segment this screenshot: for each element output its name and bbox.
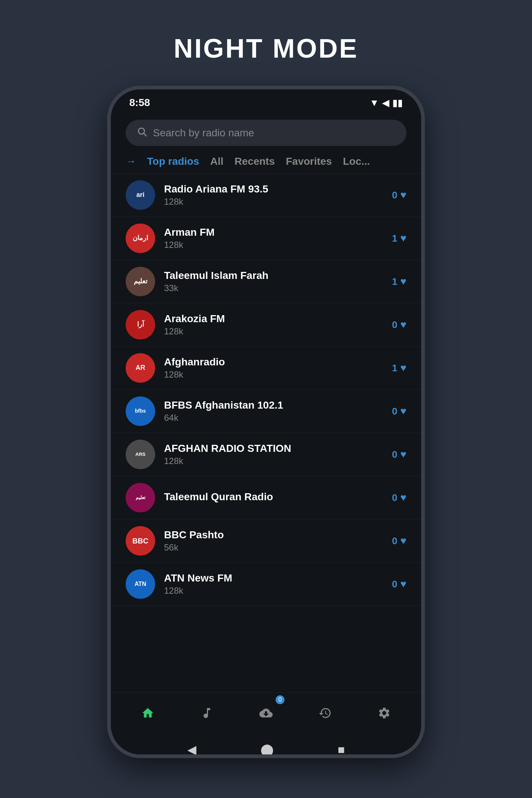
list-item[interactable]: ارمان Arman FM 128k 1 ♥ (111, 217, 421, 260)
nav-music[interactable] (192, 698, 222, 728)
radio-bitrate: 128k (164, 369, 392, 380)
radio-logo: ارمان (126, 224, 155, 253)
radio-likes[interactable]: 0 ♥ (392, 578, 406, 590)
radio-logo: تعلیم (126, 267, 155, 296)
phone-frame: 8:58 ▼ ◀ ▮▮ Search by radio name → Top r… (107, 86, 425, 758)
radio-likes[interactable]: 1 ♥ (392, 276, 406, 287)
history-icon (318, 706, 332, 720)
status-time: 8:58 (129, 97, 150, 109)
radio-name: BBC Pashto (164, 529, 392, 541)
heart-icon: ♥ (400, 232, 406, 244)
heart-icon: ♥ (400, 535, 406, 547)
radio-info: Taleemul Quran Radio (164, 491, 392, 504)
nav-home[interactable] (133, 698, 163, 728)
signal-icon: ◀ (382, 97, 389, 109)
list-item[interactable]: bfbs BFBS Afghanistan 102.1 64k 0 ♥ (111, 390, 421, 433)
tab-top-radios[interactable]: Top radios (147, 156, 199, 167)
list-item[interactable]: تعلیم Taleemul Quran Radio 0 ♥ (111, 476, 421, 519)
search-bar[interactable]: Search by radio name (126, 120, 406, 146)
system-nav: ◀ ⬤ ■ (111, 733, 421, 758)
radio-logo: BBC (126, 526, 155, 556)
wifi-icon: ▼ (369, 97, 379, 109)
radio-name: Arman FM (164, 226, 392, 238)
bottom-nav: 0 (111, 692, 421, 733)
back-button[interactable]: ◀ (187, 743, 197, 757)
heart-icon: ♥ (400, 189, 406, 201)
radio-likes[interactable]: 1 ♥ (392, 232, 406, 244)
radio-name: BFBS Afghanistan 102.1 (164, 399, 392, 411)
tabs-row: → Top radios All Recents Favorites Loc..… (111, 150, 421, 174)
radio-bitrate: 56k (164, 542, 392, 553)
radio-logo: ATN (126, 569, 155, 599)
radio-likes[interactable]: 0 ♥ (392, 189, 406, 201)
download-icon (259, 706, 273, 720)
heart-icon: ♥ (400, 449, 406, 460)
tab-favorites[interactable]: Favorites (286, 156, 332, 167)
radio-likes[interactable]: 0 ♥ (392, 535, 406, 547)
radio-bitrate: 64k (164, 413, 392, 423)
radio-logo: AR (126, 353, 155, 383)
radio-bitrate: 128k (164, 240, 392, 250)
radio-bitrate: 33k (164, 283, 392, 293)
list-item[interactable]: تعلیم Taleemul Islam Farah 33k 1 ♥ (111, 260, 421, 303)
list-item[interactable]: ATN ATN News FM 128k 0 ♥ (111, 563, 421, 606)
heart-icon: ♥ (400, 492, 406, 504)
search-placeholder: Search by radio name (153, 127, 254, 139)
tab-local[interactable]: Loc... (343, 156, 370, 167)
radio-info: Arman FM 128k (164, 226, 392, 250)
radio-name: ATN News FM (164, 572, 392, 584)
heart-icon: ♥ (400, 319, 406, 331)
tab-recents[interactable]: Recents (235, 156, 275, 167)
tab-all[interactable]: All (210, 156, 224, 167)
status-bar: 8:58 ▼ ◀ ▮▮ (111, 89, 421, 112)
radio-likes[interactable]: 1 ♥ (392, 362, 406, 374)
radio-list: ari Radio Ariana FM 93.5 128k 0 ♥ ارمان … (111, 174, 421, 692)
heart-icon: ♥ (400, 405, 406, 417)
radio-name: Afghanradio (164, 356, 392, 368)
radio-name: Arakozia FM (164, 313, 392, 325)
heart-icon: ♥ (400, 362, 406, 374)
download-badge: 0 (276, 695, 284, 704)
radio-logo: تعلیم (126, 483, 155, 512)
radio-bitrate: 128k (164, 326, 392, 337)
radio-likes[interactable]: 0 ♥ (392, 449, 406, 460)
radio-info: BBC Pashto 56k (164, 529, 392, 553)
radio-likes[interactable]: 0 ♥ (392, 492, 406, 504)
radio-info: BFBS Afghanistan 102.1 64k (164, 399, 392, 423)
radio-info: AFGHAN RADIO STATION 128k (164, 443, 392, 466)
list-item[interactable]: ari Radio Ariana FM 93.5 128k 0 ♥ (111, 174, 421, 217)
nav-settings[interactable] (369, 698, 399, 728)
heart-icon: ♥ (400, 578, 406, 590)
battery-icon: ▮▮ (392, 97, 403, 109)
radio-info: ATN News FM 128k (164, 572, 392, 596)
list-item[interactable]: آرا Arakozia FM 128k 0 ♥ (111, 303, 421, 347)
radio-name: Radio Ariana FM 93.5 (164, 183, 392, 195)
home-icon (141, 706, 154, 720)
radio-logo: ari (126, 180, 155, 210)
tab-arrow-icon: → (126, 156, 136, 167)
list-item[interactable]: AR Afghanradio 128k 1 ♥ (111, 347, 421, 390)
radio-logo: bfbs (126, 396, 155, 426)
radio-likes[interactable]: 0 ♥ (392, 319, 406, 331)
radio-name: AFGHAN RADIO STATION (164, 443, 392, 454)
recent-button[interactable]: ■ (338, 743, 345, 757)
radio-likes[interactable]: 0 ♥ (392, 405, 406, 417)
radio-name: Taleemul Quran Radio (164, 491, 392, 503)
heart-icon: ♥ (400, 276, 406, 287)
nav-history[interactable] (310, 698, 340, 728)
status-icons: ▼ ◀ ▮▮ (369, 97, 403, 109)
list-item[interactable]: ARS AFGHAN RADIO STATION 128k 0 ♥ (111, 433, 421, 476)
list-item[interactable]: BBC BBC Pashto 56k 0 ♥ (111, 519, 421, 563)
home-button[interactable]: ⬤ (260, 743, 274, 757)
radio-bitrate: 128k (164, 197, 392, 207)
music-icon (200, 706, 214, 720)
radio-info: Arakozia FM 128k (164, 313, 392, 337)
radio-info: Afghanradio 128k (164, 356, 392, 380)
radio-info: Radio Ariana FM 93.5 128k (164, 183, 392, 207)
app-content: Search by radio name → Top radios All Re… (111, 112, 421, 733)
radio-info: Taleemul Islam Farah 33k (164, 270, 392, 293)
search-icon (137, 126, 147, 139)
settings-icon (378, 706, 391, 720)
nav-download[interactable]: 0 (251, 698, 281, 728)
radio-logo: ARS (126, 440, 155, 469)
